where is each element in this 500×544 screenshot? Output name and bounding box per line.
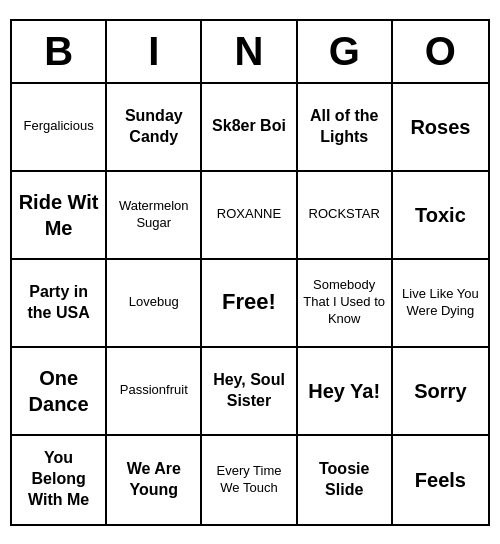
bingo-header-letter: G xyxy=(298,21,393,82)
bingo-cell: We Are Young xyxy=(107,436,202,524)
bingo-cell: Free! xyxy=(202,260,297,348)
bingo-cell: Passionfruit xyxy=(107,348,202,436)
bingo-header-letter: I xyxy=(107,21,202,82)
bingo-cell: Live Like You Were Dying xyxy=(393,260,488,348)
bingo-cell: Lovebug xyxy=(107,260,202,348)
bingo-cell: Toxic xyxy=(393,172,488,260)
bingo-cell: Somebody That I Used to Know xyxy=(298,260,393,348)
bingo-cell: Sunday Candy xyxy=(107,84,202,172)
bingo-cell: Sk8er Boi xyxy=(202,84,297,172)
bingo-cell: Watermelon Sugar xyxy=(107,172,202,260)
bingo-cell: One Dance xyxy=(12,348,107,436)
bingo-header-letter: N xyxy=(202,21,297,82)
bingo-cell: Hey Ya! xyxy=(298,348,393,436)
bingo-grid: FergaliciousSunday CandySk8er BoiAll of … xyxy=(12,84,488,524)
bingo-cell: Sorry xyxy=(393,348,488,436)
bingo-cell: Ride Wit Me xyxy=(12,172,107,260)
bingo-cell: You Belong With Me xyxy=(12,436,107,524)
bingo-cell: All of the Lights xyxy=(298,84,393,172)
bingo-cell: Every Time We Touch xyxy=(202,436,297,524)
bingo-cell: Toosie Slide xyxy=(298,436,393,524)
bingo-header-letter: O xyxy=(393,21,488,82)
bingo-cell: ROCKSTAR xyxy=(298,172,393,260)
bingo-cell: Feels xyxy=(393,436,488,524)
bingo-cell: Party in the USA xyxy=(12,260,107,348)
bingo-header-letter: B xyxy=(12,21,107,82)
bingo-cell: Fergalicious xyxy=(12,84,107,172)
bingo-header: BINGO xyxy=(12,21,488,84)
bingo-cell: Roses xyxy=(393,84,488,172)
bingo-card: BINGO FergaliciousSunday CandySk8er BoiA… xyxy=(10,19,490,526)
bingo-cell: Hey, Soul Sister xyxy=(202,348,297,436)
bingo-cell: ROXANNE xyxy=(202,172,297,260)
